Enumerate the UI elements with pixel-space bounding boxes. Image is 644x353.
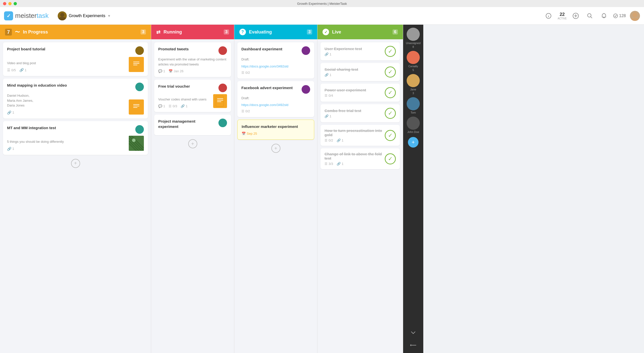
card-free-trial-voucher[interactable]: Free trial voucher Voucher codes shared … (154, 80, 231, 112)
notifications-button[interactable] (599, 11, 609, 21)
svg-point-8 (588, 14, 591, 17)
svg-point-0 (60, 13, 64, 17)
activity-icon: 〜 (15, 29, 20, 36)
add-task-running[interactable]: + (188, 139, 197, 148)
card-link[interactable]: https://docs.google.com/3492sld (241, 64, 310, 68)
board: 7 〜 In Progress 3 Project board tutorial… (0, 25, 644, 353)
logo-area: ✓ meistertask (4, 11, 49, 20)
card-link[interactable]: https://docs.google.com/3492sld (241, 103, 310, 107)
sidebar-label-silaju: Силайу (408, 65, 418, 68)
comment-count: 💬 1 (158, 104, 165, 108)
add-task-evaluating[interactable]: + (271, 144, 280, 153)
column-live-label: Live (332, 29, 341, 35)
card-thumbnail (213, 94, 227, 108)
collapse-sidebar-button[interactable] (408, 329, 418, 338)
column-inprogress-label: In Progress (23, 29, 48, 35)
card-title: Dashboard experiment (241, 46, 300, 52)
sidebar-label-unassigned: Unassigned (406, 42, 421, 45)
checklist-count: ☰ 0/2 (241, 71, 250, 75)
svg-point-1 (59, 17, 66, 20)
evaluating-count: 3 (307, 29, 312, 34)
sidebar-item-johndoe[interactable]: John Doe (407, 117, 420, 133)
card-mt-mm-integration[interactable]: MT and MM integration test 5 things you … (3, 121, 148, 155)
card-combo-free-trial[interactable]: Combo free trial test 🔗 1 ✓ (320, 104, 400, 122)
attachment-count: 🔗 1 (7, 111, 14, 115)
card-title: Change of link to above the fold test (325, 152, 382, 160)
svg-point-21 (136, 88, 143, 91)
card-procrastination[interactable]: How to turn procrastination into gold ☰ … (320, 125, 400, 146)
svg-point-20 (138, 84, 142, 88)
sidebar: Unassigned 8 Силайу 5 Jane 3 Tom (403, 25, 423, 353)
card-avatar (135, 125, 144, 134)
running-count: 3 (224, 29, 229, 34)
search-button[interactable] (585, 11, 595, 21)
card-title: User Experience test (325, 47, 382, 51)
maximize-button[interactable] (14, 2, 17, 5)
card-influencer-marketer[interactable]: Influencer marketer experiment 📅 Sep 25 (237, 120, 314, 140)
svg-rect-39 (216, 96, 223, 107)
user-avatar[interactable] (630, 11, 640, 21)
window-title: Growth Experiments | MeisterTask (297, 2, 347, 6)
active-count-badge[interactable]: 22 ACTIVE (558, 12, 567, 20)
tasks-number: 128 (619, 14, 626, 18)
svg-point-26 (138, 126, 142, 130)
card-power-user-experiment[interactable]: Power user experiment ☰ 0/4 ✓ (320, 84, 400, 102)
svg-point-57 (410, 119, 416, 125)
sidebar-avatar-silaju[interactable] (407, 51, 420, 64)
add-member-button[interactable]: + (408, 137, 418, 148)
sidebar-avatar-tom[interactable] (407, 97, 420, 110)
svg-point-38 (219, 89, 226, 92)
done-check: ✓ (385, 87, 396, 98)
card-link-above-fold[interactable]: Change of link to above the fold test ☰ … (320, 148, 400, 169)
info-button[interactable] (543, 11, 554, 21)
column-header-live: ✓ Live 6 (317, 25, 403, 39)
project-selector[interactable]: Growth Experiments ▼ (55, 10, 114, 22)
sidebar-item-unassigned[interactable]: Unassigned 8 (406, 28, 421, 48)
sidebar-avatar-unassigned[interactable] (407, 28, 420, 41)
add-task-inprogress[interactable]: + (71, 159, 80, 168)
svg-point-53 (410, 76, 416, 82)
card-facebook-advert[interactable]: Facebook advert experiment Draft: https:… (237, 81, 314, 117)
sidebar-avatar-jane[interactable] (407, 74, 420, 87)
sidebar-label-johndoe: John Doe (407, 130, 419, 133)
column-header-running: ⇄ Running 3 (151, 25, 234, 39)
card-promoted-tweets[interactable]: Promoted tweets Experiment with the valu… (154, 42, 231, 77)
checklist-count: ☰ 0/2 (325, 138, 333, 142)
svg-point-37 (221, 85, 225, 89)
card-mind-mapping[interactable]: Mind mapping in education video Daniel H… (3, 79, 148, 119)
column-evaluating-label: Evaluating (249, 29, 272, 35)
add-button[interactable] (571, 11, 581, 21)
svg-point-49 (410, 30, 416, 36)
minimize-button[interactable] (8, 2, 12, 5)
svg-rect-22 (132, 101, 140, 113)
card-project-management[interactable]: Project management experiment (154, 115, 231, 135)
svg-point-52 (408, 59, 418, 64)
card-title: Social sharing test (325, 67, 382, 72)
card-draft-label: Draft: (241, 96, 310, 101)
checklist-count: ☰ 0/5 (7, 68, 16, 72)
card-dashboard-experiment[interactable]: Dashboard experiment Draft: https://docs… (237, 42, 314, 79)
card-desc: 5 things you should be doing differently (7, 139, 64, 144)
sidebar-avatar-johndoe[interactable] (407, 117, 420, 130)
card-project-board-tutorial[interactable]: Project board tutorial Video and blog po… (3, 42, 148, 76)
sidebar-item-jane[interactable]: Jane 3 (407, 74, 420, 95)
done-check: ✓ (385, 153, 396, 164)
chevron-down-icon[interactable]: ▼ (107, 14, 111, 18)
logo-icon: ✓ (4, 11, 13, 20)
sidebar-back-button[interactable]: ⟵ (408, 340, 418, 350)
card-user-experience-test[interactable]: User Experience test 🔗 1 ✓ (320, 42, 400, 60)
card-social-sharing-test[interactable]: Social sharing test 🔗 1 ✓ (320, 63, 400, 81)
question-icon: ? (239, 29, 246, 35)
tasks-count[interactable]: 128 (613, 13, 626, 18)
column-evaluating: ? Evaluating 3 Dashboard experiment Draf… (234, 25, 317, 353)
attachment-count: 🔗 1 (337, 162, 343, 166)
sidebar-item-silaju[interactable]: Силайу 5 (407, 51, 420, 72)
window-controls (3, 2, 17, 5)
svg-point-15 (136, 51, 143, 55)
active-label: ACTIVE (558, 17, 567, 20)
card-title: Power user experiment (325, 88, 382, 92)
close-button[interactable] (3, 2, 6, 5)
svg-point-44 (219, 124, 226, 127)
comment-count: 💬 1 (158, 69, 165, 73)
sidebar-item-tom[interactable]: Tom (407, 97, 420, 114)
